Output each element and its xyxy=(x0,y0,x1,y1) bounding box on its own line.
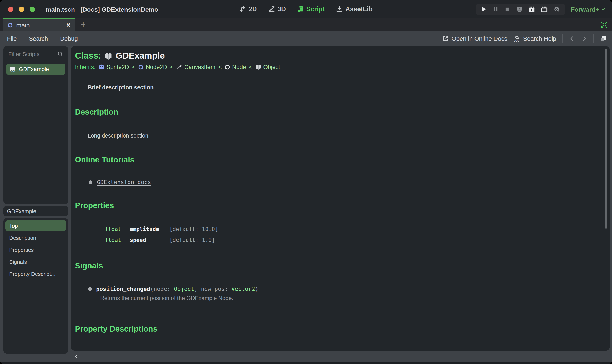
2d-icon xyxy=(239,6,246,13)
make-floating-button[interactable] xyxy=(600,35,607,42)
tab-assetlib[interactable]: AssetLib xyxy=(336,5,373,13)
scene-tab-main[interactable]: main ✕ xyxy=(3,18,75,31)
class-title: Class: GDExample xyxy=(75,51,601,61)
outline-item-label: Top xyxy=(9,222,18,229)
play-movie-button[interactable] xyxy=(529,6,535,12)
search-help-button[interactable]: DOC Search Help xyxy=(514,35,556,42)
history-forward-button[interactable] xyxy=(581,35,587,42)
distraction-free-button[interactable] xyxy=(601,21,608,28)
property-name[interactable]: speed xyxy=(130,237,169,243)
node2d-icon xyxy=(138,64,144,70)
inherits-link-object[interactable]: Object xyxy=(255,64,280,70)
inherits-separator: < xyxy=(218,64,222,70)
script-editor: File Search Debug Open in Online Docs DO… xyxy=(0,31,612,364)
class-name: GDExample xyxy=(116,51,165,61)
godot-editor-window: main.tscn - [Docs] GDExtensionDemo 2D 3D… xyxy=(0,0,612,364)
signal-param-type-vector2[interactable]: Vector2 xyxy=(231,286,255,292)
bottom-panel-bar xyxy=(71,351,610,362)
minimize-window-button[interactable] xyxy=(19,6,24,12)
outline-item-label: Description xyxy=(9,234,36,241)
outline-item-description[interactable]: Description xyxy=(5,232,66,243)
menu-search[interactable]: Search xyxy=(29,35,48,42)
signal-punct: ) xyxy=(255,286,258,292)
close-tab-icon[interactable]: ✕ xyxy=(66,22,71,28)
inherits-separator: < xyxy=(170,64,173,70)
title-bar: main.tscn - [Docs] GDExtensionDemo 2D 3D… xyxy=(0,0,612,18)
online-tutorials-heading: Online Tutorials xyxy=(75,156,601,165)
divider xyxy=(562,34,563,43)
inherits-link-label: Node2D xyxy=(146,64,167,70)
property-type[interactable]: float xyxy=(105,237,130,243)
inherits-link-sprite2d[interactable]: Sprite2D xyxy=(98,64,129,70)
tab-2d[interactable]: 2D xyxy=(239,5,257,13)
signal-punct: ( xyxy=(150,286,153,292)
tab-3d[interactable]: 3D xyxy=(269,5,286,13)
traffic-lights xyxy=(8,6,35,12)
close-window-button[interactable] xyxy=(8,6,13,12)
tutorial-link[interactable]: GDExtension docs xyxy=(97,179,151,185)
bullet-icon xyxy=(89,180,92,184)
property-default: [default: 1.0] xyxy=(169,237,215,243)
scripts-panel: Filter Scripts DOC GDExample xyxy=(3,46,68,204)
zoom-window-button[interactable] xyxy=(29,6,35,12)
scripts-sidebar: Filter Scripts DOC GDExample GDExample T… xyxy=(3,46,68,362)
tab-script[interactable]: Script xyxy=(297,5,324,13)
brief-description: Brief description section xyxy=(88,84,601,91)
chevron-left-icon xyxy=(569,35,575,42)
inherits-link-node2d[interactable]: Node2D xyxy=(138,64,167,70)
inherits-link-label: Sprite2D xyxy=(107,64,129,70)
signal-signature: position_changed(node: Object, new_pos: … xyxy=(96,286,258,292)
filter-scripts-input[interactable]: Filter Scripts xyxy=(6,48,65,60)
play-button[interactable] xyxy=(481,6,487,12)
open-online-docs-label: Open in Online Docs xyxy=(452,35,507,42)
script-item-label: GDExample xyxy=(19,66,49,72)
outline-item-top[interactable]: Top xyxy=(5,220,66,231)
menu-debug[interactable]: Debug xyxy=(60,35,78,42)
search-help-label: Search Help xyxy=(523,35,556,42)
assetlib-icon xyxy=(336,6,343,13)
movie-maker-button[interactable] xyxy=(541,6,547,12)
stop-button[interactable] xyxy=(505,6,510,12)
window-title: main.tscn - [Docs] GDExtensionDemo xyxy=(46,6,158,13)
history-back-button[interactable] xyxy=(569,35,575,42)
signal-param-type-object[interactable]: Object xyxy=(174,286,194,292)
property-row-amplitude: float amplitude [default: 10.0] xyxy=(105,226,601,232)
doc-scrollbar[interactable] xyxy=(605,49,607,229)
tab-3d-label: 3D xyxy=(278,5,286,13)
open-online-docs-button[interactable]: Open in Online Docs xyxy=(443,35,507,42)
object-icon xyxy=(255,64,261,70)
add-scene-tab-button[interactable]: + xyxy=(81,19,86,30)
inherits-link-canvasitem[interactable]: CanvasItem xyxy=(176,64,215,70)
rendering-driver-dropdown[interactable]: Forward+ xyxy=(571,6,606,13)
node2d-icon xyxy=(7,22,13,28)
menu-file[interactable]: File xyxy=(7,35,17,42)
chevron-down-icon xyxy=(601,7,606,12)
inherits-link-label: Node xyxy=(232,64,246,70)
outline-item-signals[interactable]: Signals xyxy=(5,256,66,267)
3d-icon xyxy=(269,6,275,13)
script-editor-body: Filter Scripts DOC GDExample GDExample T… xyxy=(0,46,612,362)
signal-description: Returns the current position of the GDEx… xyxy=(100,295,601,301)
long-description: Long description section xyxy=(88,132,601,139)
rendering-driver-label: Forward+ xyxy=(571,6,599,13)
play-scene-button[interactable] xyxy=(516,6,523,12)
movie-writer-button[interactable] xyxy=(554,6,560,12)
outline-item-property-descriptions[interactable]: Property Descript... xyxy=(5,268,66,279)
property-type[interactable]: float xyxy=(105,226,130,232)
property-row-speed: float speed [default: 1.0] xyxy=(105,237,601,243)
tab-script-label: Script xyxy=(306,5,324,13)
script-list-item-gdexample[interactable]: DOC GDExample xyxy=(6,64,65,75)
scene-tab-bar: main ✕ + xyxy=(0,18,612,31)
property-name[interactable]: amplitude xyxy=(130,226,169,232)
collapse-chevron-icon[interactable] xyxy=(74,353,79,359)
outline-item-label: Property Descript... xyxy=(9,271,56,277)
outline-item-properties[interactable]: Properties xyxy=(5,244,66,255)
signal-item: position_changed(node: Object, new_pos: … xyxy=(88,286,601,292)
inherits-link-label: Object xyxy=(263,64,280,70)
menu-bar-right: Open in Online Docs DOC Search Help xyxy=(443,34,607,43)
tab-2d-label: 2D xyxy=(249,5,257,13)
tutorial-item: GDExtension docs xyxy=(89,179,601,185)
pause-button[interactable] xyxy=(493,6,499,12)
inherits-link-node[interactable]: Node xyxy=(225,64,246,70)
class-label: Class: xyxy=(75,51,101,61)
